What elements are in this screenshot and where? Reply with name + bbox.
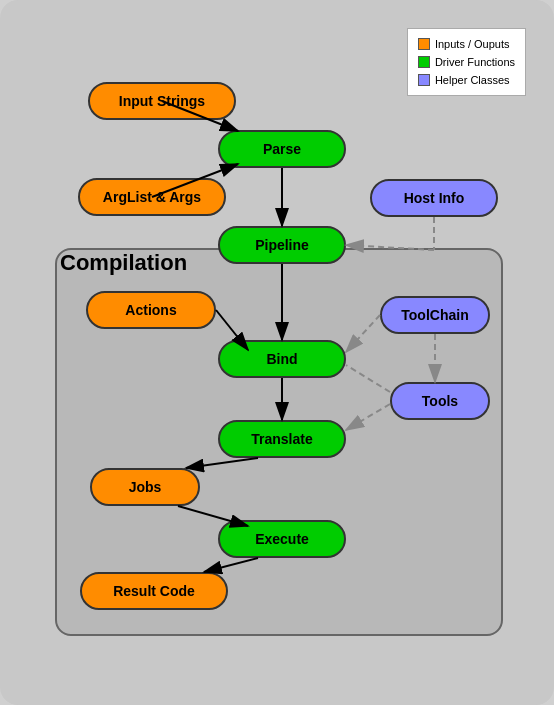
compilation-label: Compilation (60, 250, 187, 276)
main-container: Inputs / Ouputs Driver Functions Helper … (0, 0, 554, 705)
node-input-strings: Input Strings (88, 82, 236, 120)
legend-item-driver: Driver Functions (418, 53, 515, 71)
legend-color-green (418, 56, 430, 68)
node-arglist-args: ArgList & Args (78, 178, 226, 216)
legend-label-inputs: Inputs / Ouputs (435, 35, 510, 53)
node-host-info: Host Info (370, 179, 498, 217)
node-pipeline: Pipeline (218, 226, 346, 264)
node-translate: Translate (218, 420, 346, 458)
legend-label-driver: Driver Functions (435, 53, 515, 71)
node-jobs: Jobs (90, 468, 200, 506)
node-result-code: Result Code (80, 572, 228, 610)
node-tools: Tools (390, 382, 490, 420)
legend-color-blue (418, 74, 430, 86)
legend-item-helper: Helper Classes (418, 71, 515, 89)
legend-item-inputs: Inputs / Ouputs (418, 35, 515, 53)
legend: Inputs / Ouputs Driver Functions Helper … (407, 28, 526, 96)
node-bind: Bind (218, 340, 346, 378)
node-actions: Actions (86, 291, 216, 329)
node-toolchain: ToolChain (380, 296, 490, 334)
legend-label-helper: Helper Classes (435, 71, 510, 89)
legend-color-orange (418, 38, 430, 50)
node-parse: Parse (218, 130, 346, 168)
node-execute: Execute (218, 520, 346, 558)
